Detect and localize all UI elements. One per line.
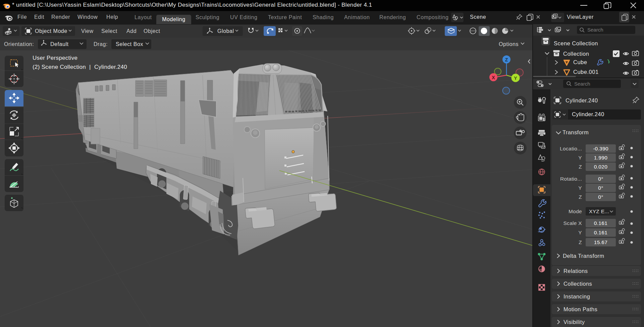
svg-text:Cube: Cube [573,59,587,65]
svg-text:X: X [492,75,495,80]
svg-text:Z: Z [505,57,508,62]
svg-text:Cube.001: Cube.001 [573,69,599,75]
svg-text:Y: Y [514,76,517,81]
svg-text:Collection: Collection [563,51,589,57]
svg-text:Scene Collection: Scene Collection [554,40,598,46]
